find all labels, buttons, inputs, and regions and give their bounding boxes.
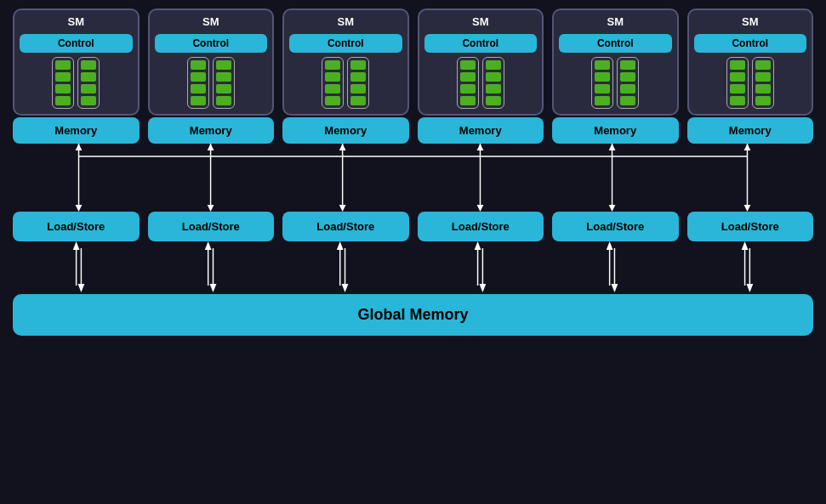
core-cell <box>730 84 745 93</box>
loadstore-btn-3: Load/Store <box>282 212 409 241</box>
core-cell <box>460 84 476 93</box>
svg-marker-4 <box>208 144 214 150</box>
core-cell <box>325 96 340 105</box>
sm-label-1: SM <box>68 15 85 28</box>
sm-label-2: SM <box>202 15 219 28</box>
control-btn-5: Control <box>559 34 672 53</box>
sm-label-5: SM <box>607 15 624 28</box>
svg-marker-38 <box>475 241 481 250</box>
svg-marker-26 <box>73 241 80 250</box>
memory-btn-3: Memory <box>282 117 409 144</box>
memory-row: Memory Memory Memory Memory Memory Memor… <box>13 117 813 144</box>
core-cell <box>486 72 501 82</box>
core-col <box>726 57 749 109</box>
core-cell <box>81 84 96 93</box>
svg-marker-40 <box>480 284 487 292</box>
core-cell <box>486 96 501 105</box>
core-cell <box>325 60 340 70</box>
core-cell <box>350 84 366 93</box>
cuda-cores-5 <box>559 57 672 109</box>
svg-marker-36 <box>342 284 349 292</box>
core-cell <box>216 96 231 105</box>
loadstore-btn-4: Load/Store <box>418 212 544 241</box>
cuda-cores-6 <box>694 57 807 109</box>
sm-label-4: SM <box>472 15 489 28</box>
sm-label-6: SM <box>742 15 759 28</box>
core-cell <box>460 60 476 70</box>
control-btn-1: Control <box>20 34 133 53</box>
core-cell <box>595 72 610 82</box>
core-cell <box>216 84 231 93</box>
cuda-cores-3 <box>289 57 402 109</box>
core-cell <box>595 96 610 105</box>
svg-marker-20 <box>477 205 484 212</box>
memory-btn-6: Memory <box>687 117 814 144</box>
core-cell <box>595 60 610 70</box>
control-btn-3: Control <box>289 34 402 53</box>
core-cell <box>216 60 231 70</box>
svg-marker-48 <box>747 284 754 292</box>
core-cell <box>486 60 501 70</box>
core-col <box>457 57 479 109</box>
core-cell <box>730 60 745 70</box>
core-cell <box>350 60 366 70</box>
sm-block-3: SM Control <box>282 8 409 116</box>
core-cell <box>81 60 96 70</box>
arrows-loadstore-to-global <box>13 241 813 292</box>
loadstore-btn-2: Load/Store <box>148 212 275 241</box>
core-cell <box>325 72 340 82</box>
core-cell <box>55 60 71 70</box>
core-cell <box>55 84 71 93</box>
svg-marker-44 <box>612 284 618 292</box>
memory-btn-4: Memory <box>418 117 544 144</box>
core-cell <box>620 96 635 105</box>
svg-marker-16 <box>208 205 214 212</box>
core-cell <box>730 96 745 105</box>
core-col <box>187 57 209 109</box>
core-cell <box>191 96 206 105</box>
core-col <box>213 57 235 109</box>
svg-marker-22 <box>609 205 616 212</box>
svg-marker-14 <box>76 205 83 212</box>
control-btn-2: Control <box>155 34 268 53</box>
core-col <box>347 57 369 109</box>
svg-marker-46 <box>742 241 749 250</box>
svg-marker-8 <box>477 144 484 150</box>
svg-marker-30 <box>205 241 212 250</box>
core-cell <box>755 96 771 105</box>
cuda-cores-2 <box>155 57 268 109</box>
sm-label-3: SM <box>338 15 355 28</box>
loadstore-btn-6: Load/Store <box>687 212 814 241</box>
core-cell <box>191 60 206 70</box>
core-cell <box>620 84 635 93</box>
core-cell <box>350 96 366 105</box>
core-col <box>322 57 344 109</box>
core-cell <box>55 72 71 82</box>
core-cell <box>216 72 231 82</box>
svg-marker-6 <box>339 144 346 150</box>
core-cell <box>620 60 635 70</box>
core-cell <box>55 96 71 105</box>
core-cell <box>81 96 96 105</box>
core-col <box>591 57 613 109</box>
core-cell <box>755 84 771 93</box>
svg-marker-32 <box>210 284 217 292</box>
memory-btn-2: Memory <box>148 117 275 144</box>
memory-btn-5: Memory <box>552 117 679 144</box>
core-col <box>77 57 100 109</box>
arrows-memory-to-loadstore <box>13 144 813 212</box>
sm-block-1: SM Control <box>13 8 140 116</box>
core-cell <box>191 72 206 82</box>
core-col <box>52 57 74 109</box>
cuda-cores-4 <box>424 57 538 109</box>
core-cell <box>460 96 476 105</box>
memory-btn-1: Memory <box>13 117 140 144</box>
svg-marker-2 <box>76 144 83 150</box>
core-col <box>752 57 774 109</box>
svg-marker-42 <box>607 241 613 250</box>
sm-row: SM Control SM Control <box>13 8 813 116</box>
core-col <box>617 57 639 109</box>
core-cell <box>595 84 610 93</box>
core-cell <box>620 72 635 82</box>
svg-marker-18 <box>339 205 346 212</box>
